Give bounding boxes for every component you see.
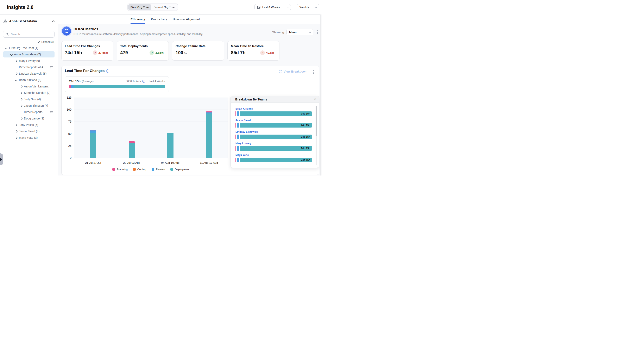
tree-item[interactable]: Sireesha Kunduri (7) (3, 90, 54, 96)
avg-segment-deployment (74, 85, 165, 88)
aggregation-select[interactable]: Mean (286, 29, 313, 35)
legend-item-review[interactable]: Review (152, 168, 165, 171)
metric-delta: ↗ 40.8% (260, 51, 274, 55)
org-tree: First Org Tree Root (1)Anna Scozzafava (… (0, 45, 58, 141)
second-org-tree-toggle[interactable]: Second Org Tree (152, 4, 177, 10)
chart-kebab-menu[interactable] (312, 70, 315, 75)
tree-item[interactable]: Jason Simpson (7) (3, 103, 54, 109)
granularity-value: Weekly (300, 6, 309, 9)
tree-item[interactable]: Direct Reports of A... (3, 64, 54, 70)
stacked-bar-11 Aug-17 Aug[interactable] (206, 111, 212, 158)
chevron-right-icon[interactable] (15, 73, 18, 75)
stacked-bar-21 Jul-27 Jul[interactable] (90, 130, 96, 158)
chevron-right-icon[interactable] (15, 130, 18, 132)
chevron-down-icon[interactable] (15, 79, 18, 81)
tree-item-label: Lindsay Liszewski (8) (19, 72, 46, 75)
sidebar-collapse-handle[interactable] (0, 153, 3, 165)
tab-efficiency[interactable]: Efficiency (130, 15, 145, 24)
tree-item[interactable]: Mary Lowery (6) (3, 58, 54, 64)
chevron-right-icon[interactable] (20, 118, 22, 120)
arrow-up-right-icon: ↗ (93, 51, 97, 55)
date-range-select[interactable]: Last 4 Weeks (254, 4, 291, 10)
tree-item-label: Brian Kirkland (6) (19, 78, 41, 82)
tree-item[interactable]: Anna Scozzafava (7) (3, 51, 54, 58)
team-link[interactable]: Maya Yette (236, 154, 312, 156)
stacked-bar-04 Aug-10 Aug[interactable] (167, 133, 174, 158)
average-value: 74d 15h (69, 79, 80, 83)
chevron-down-icon[interactable] (10, 54, 12, 55)
chevron-right-icon[interactable] (15, 60, 18, 62)
tree-item-label: Maya Yette (3) (19, 136, 38, 139)
chevron-right-icon[interactable] (20, 86, 22, 88)
tree-item[interactable]: Doug Lange (3) (3, 115, 54, 122)
average-summary-card: 74d 15h (Average) 5030 Tickets i | Last … (65, 76, 169, 92)
y-axis-tick: 25 (63, 144, 72, 147)
team-value: 74d 15h (301, 124, 310, 127)
tree-item[interactable]: Maya Yette (3) (3, 135, 54, 141)
chevron-right-icon[interactable] (20, 98, 22, 100)
bar-segment-deployment (167, 133, 174, 158)
team-link[interactable]: Mary Lowery (236, 142, 312, 145)
tree-item[interactable]: Direct Reports ... (3, 109, 54, 115)
tree-item[interactable]: First Org Tree Root (1) (3, 45, 54, 51)
sidebar-search[interactable] (3, 31, 54, 38)
chevron-down-icon[interactable] (5, 47, 8, 49)
search-input[interactable] (10, 33, 52, 36)
top-bar: Insights 2.0 First Org Tree Second Org T… (0, 0, 322, 15)
team-value: 74d 15h (301, 135, 310, 138)
tree-item[interactable]: Jason Stead (4) (3, 128, 54, 134)
expand-diagonal-icon (38, 41, 40, 43)
team-link[interactable]: Jason Stead (236, 119, 312, 122)
tree-item[interactable]: Lindsay Liszewski (8) (3, 71, 54, 77)
scrollbar-thumb[interactable] (316, 106, 317, 136)
dora-section-title: DORA Metrics (74, 27, 98, 32)
chevron-right-icon[interactable] (20, 105, 22, 107)
legend-swatch (170, 168, 173, 171)
metric-title: Mean Time To Restore (231, 44, 276, 48)
info-icon[interactable]: i (142, 80, 145, 83)
tree-item[interactable]: Tony Pallas (5) (3, 122, 54, 128)
tree-item[interactable]: Aaron Van Langen... (3, 83, 54, 90)
team-stacked-bar: 74d 15h (236, 135, 312, 139)
granularity-select[interactable]: Weekly (297, 4, 319, 10)
sidebar-owner-name: Anna Scozzafava (9, 19, 50, 23)
chevron-right-icon[interactable] (20, 92, 22, 94)
team-value: 74d 15h (301, 112, 310, 115)
team-link[interactable]: Lindsay Liszewski (236, 130, 312, 133)
panel-scrollbar[interactable] (316, 106, 317, 165)
average-stacked-bar (69, 85, 165, 88)
legend-item-deployment[interactable]: Deployment (170, 168, 190, 171)
metric-card-mean-time-to-restore: Mean Time To Restore 85d 7h ↗ 40.8% (228, 41, 280, 61)
average-label: (Average) (82, 80, 94, 83)
expand-all-button[interactable]: Expand All (4, 40, 54, 44)
x-axis-tick: 04 Aug-10 Aug (156, 161, 185, 164)
tree-item-label: Direct Reports of A... (19, 66, 46, 69)
chevron-right-icon[interactable] (15, 137, 18, 139)
dora-kebab-menu[interactable] (316, 30, 319, 35)
stacked-bar-28 Jul-03 Aug[interactable] (129, 141, 135, 158)
page-scrollbar[interactable] (320, 15, 322, 176)
info-icon[interactable]: i (106, 70, 109, 73)
metric-title: Lead Time For Changes (65, 44, 110, 48)
sidebar-owner-row[interactable]: Anna Scozzafava (0, 15, 58, 28)
chevron-up-icon[interactable] (52, 20, 54, 23)
bar-segment-deployment (90, 133, 96, 158)
chevron-right-icon[interactable] (15, 124, 18, 126)
legend-item-coding[interactable]: Coding (133, 168, 146, 171)
tree-item[interactable]: Brian Kirkland (6) (3, 77, 54, 83)
tree-item[interactable]: Judy Saw (4) (3, 96, 54, 102)
tab-business-alignment[interactable]: Business Alignment (173, 15, 200, 24)
sliders-icon[interactable] (48, 66, 53, 69)
close-icon[interactable]: ✕ (314, 98, 316, 101)
legend-item-planning[interactable]: Planning (112, 168, 128, 171)
team-link[interactable]: Brian Kirkland (236, 107, 312, 110)
legend-swatch (152, 168, 154, 171)
tab-productivity[interactable]: Productivity (151, 15, 167, 24)
tree-item-label: Aaron Van Langen... (24, 85, 50, 88)
legend-swatch (133, 168, 136, 171)
view-breakdown-button[interactable]: View Breakdown (280, 70, 307, 73)
sliders-icon[interactable] (48, 111, 53, 114)
expand-corners-icon (280, 70, 282, 73)
chevron-down-icon (315, 6, 317, 8)
first-org-tree-toggle[interactable]: First Org Tree (128, 4, 151, 10)
